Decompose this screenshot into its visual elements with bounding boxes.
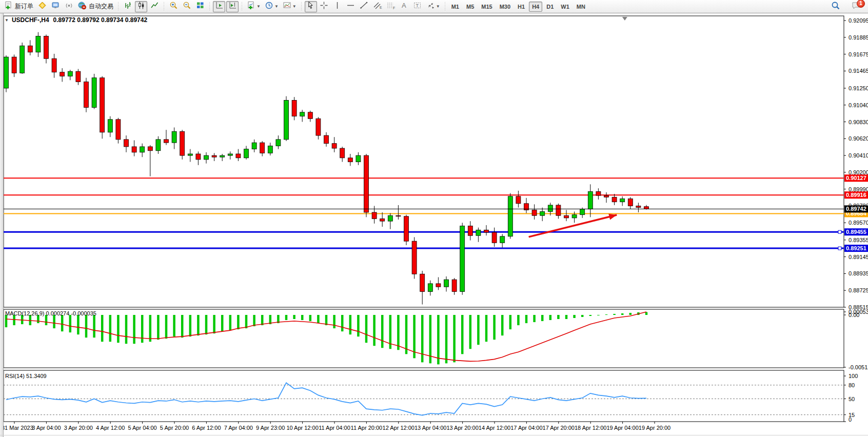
cursor-tool-button[interactable] <box>305 1 317 12</box>
line-handle[interactable] <box>838 247 841 250</box>
price-axis-label: 0.91040 <box>849 102 868 108</box>
timeframe-m15-button[interactable]: M15 <box>478 2 495 12</box>
periods-button[interactable]: ▼ <box>263 1 280 12</box>
indicators-button[interactable]: ▼ <box>245 1 262 12</box>
price-axis-label: 0.90620 <box>849 135 868 142</box>
candle <box>516 196 521 204</box>
zoom-out-button[interactable] <box>181 1 193 12</box>
timeframe-mn-button[interactable]: MN <box>574 2 588 12</box>
macd-indicator-label: MACD(12,26,9) 0.000274 -0.000035 <box>5 310 96 316</box>
text-label-tool-button[interactable]: T <box>411 1 424 12</box>
candle <box>188 154 192 155</box>
price-axis-label: 0.90200 <box>849 169 868 175</box>
blue-monitor-icon <box>51 1 60 12</box>
price-axis-label: 0.88935 <box>849 270 868 276</box>
horizontal-line-label: 0.89455 <box>846 229 866 235</box>
timeframe-h1-button[interactable]: H1 <box>515 2 528 12</box>
window-splitter[interactable] <box>0 13 4 437</box>
candle <box>500 236 505 243</box>
timeframe-w1-button[interactable]: W1 <box>558 2 573 12</box>
chart-dropdown-icon[interactable]: ▼ <box>5 18 9 23</box>
price-axis-label: 0.91465 <box>849 68 868 74</box>
candle <box>340 148 345 158</box>
templates-button[interactable]: ▼ <box>281 1 298 12</box>
candle <box>44 36 49 59</box>
new-order-button[interactable]: 新订单 <box>3 1 35 12</box>
line-handle[interactable] <box>838 230 841 233</box>
notification-badge[interactable]: 1 <box>857 0 865 8</box>
candle <box>364 155 369 212</box>
vertical-line-icon <box>333 1 342 12</box>
candle <box>76 71 81 82</box>
channel-tool-button[interactable]: E <box>371 1 384 12</box>
time-axis-label: 6 Apr 12:00 <box>192 425 221 431</box>
horizontal-line-label: 0.89916 <box>846 192 866 198</box>
macd-pane <box>4 309 844 368</box>
tile-windows-button[interactable] <box>194 1 206 12</box>
candle <box>540 211 545 215</box>
auto-scroll-icon <box>215 1 224 12</box>
horizontal-line-tool-button[interactable] <box>345 1 357 12</box>
candle <box>124 140 129 147</box>
crosshair-icon <box>320 1 328 12</box>
arrows-tool-button[interactable]: ▼ <box>425 1 442 12</box>
candle <box>276 140 281 146</box>
candle <box>196 154 201 160</box>
gem-button[interactable] <box>36 1 48 12</box>
time-axis-label: 17 Apr 20:00 <box>543 425 575 431</box>
candle <box>476 230 481 235</box>
vertical-line-tool-button[interactable] <box>331 1 344 12</box>
signals-button[interactable] <box>63 1 75 12</box>
line-chart-type-button[interactable] <box>148 1 161 12</box>
chevron-down-icon: ▼ <box>292 4 297 9</box>
candle <box>436 284 441 287</box>
text-tool-button[interactable]: A <box>398 1 410 12</box>
timeframe-m5-button[interactable]: M5 <box>463 2 477 12</box>
horizontal-line-icon <box>346 1 355 12</box>
timeframe-h4-button[interactable]: H4 <box>529 2 542 12</box>
timeframe-group: M1 M5 M15 M30 H1 H4 D1 W1 MN <box>448 0 589 13</box>
candle <box>404 216 409 241</box>
candle <box>580 209 585 215</box>
rsi-axis-label: 100 <box>849 373 858 379</box>
current-price-label: 0.89742 <box>846 206 866 212</box>
broadcast-icon <box>65 1 73 12</box>
horizontal-line-label: 0.90127 <box>846 175 866 181</box>
bar-chart-type-button[interactable] <box>122 1 134 12</box>
auto-trading-button[interactable]: 自动交易 <box>76 1 115 12</box>
terminal-button[interactable] <box>49 1 62 12</box>
time-axis-label: 5 Apr 20:00 <box>160 425 189 431</box>
timeframe-d1-button[interactable]: D1 <box>543 2 557 12</box>
horizontal-line-label: 0.89251 <box>846 245 866 251</box>
chart-shift-button[interactable] <box>226 1 239 12</box>
candlestick-type-button[interactable] <box>135 1 147 12</box>
candle <box>636 206 641 207</box>
timeframe-m30-button[interactable]: M30 <box>497 2 514 12</box>
candle <box>628 198 633 206</box>
crosshair-tool-button[interactable] <box>318 1 330 12</box>
fibonacci-tool-button[interactable]: F <box>385 1 397 12</box>
zoom-in-button[interactable] <box>167 1 180 12</box>
main-pane <box>4 16 844 307</box>
time-axis-label: 3 Apr 20:00 <box>64 425 93 431</box>
chart-canvas[interactable]: 0.920950.918850.916750.914650.912500.910… <box>0 13 868 437</box>
rsi-indicator-label: RSI(14) 51.3409 <box>5 373 47 379</box>
chart-shift-icon <box>228 1 237 12</box>
rsi-axis-label: 0 <box>849 416 852 423</box>
candle <box>604 195 609 197</box>
rsi-axis-label: 80 <box>849 382 855 388</box>
candle <box>380 218 385 221</box>
search-button[interactable] <box>830 1 842 12</box>
timeframe-m1-button[interactable]: M1 <box>448 2 462 12</box>
time-axis-label: 14 Apr 12:00 <box>479 425 510 431</box>
candle <box>204 155 209 160</box>
auto-scroll-button[interactable] <box>213 1 225 12</box>
candle <box>292 100 297 116</box>
notifications-button[interactable]: 1 <box>850 1 862 12</box>
candle <box>572 215 577 218</box>
trendline-tool-button[interactable] <box>358 1 370 12</box>
toolbar-separator <box>300 2 303 11</box>
candle <box>60 72 65 76</box>
indicators-icon <box>247 1 255 12</box>
candle <box>388 215 392 221</box>
